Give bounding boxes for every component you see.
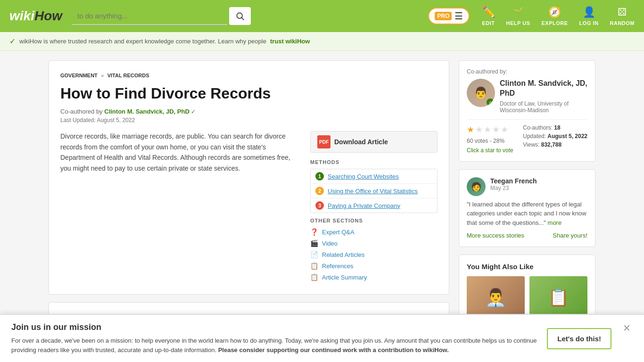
author-verified-badge: ✓ xyxy=(487,99,494,106)
related-link[interactable]: Related Articles xyxy=(322,251,364,258)
star-4[interactable]: ★ xyxy=(492,124,500,135)
author-info: Clinton M. Sandvick, JD, PhD Doctor of L… xyxy=(500,79,587,114)
author-avatar: 👨 ✓ xyxy=(467,79,495,107)
nav-login-label: LOG IN xyxy=(579,20,599,26)
summary-link[interactable]: Article Summary xyxy=(322,274,367,281)
also-like-item-2[interactable]: 📋 xyxy=(529,276,587,319)
last-updated-date: August 5, 2022 xyxy=(97,117,135,123)
breadcrumb-part1[interactable]: GOVERNMENT xyxy=(60,73,98,78)
references-icon: 📋 xyxy=(310,262,318,270)
banner-text: For over a decade, we've been on a missi… xyxy=(11,336,537,354)
breadcrumb-sep: » xyxy=(101,73,104,78)
related-icon: 📄 xyxy=(310,251,318,258)
method-link-1[interactable]: Searching Court Websites xyxy=(328,173,399,180)
author-profile: 👨 ✓ Clinton M. Sandvick, JD, PhD Doctor … xyxy=(467,79,587,114)
method-link-2[interactable]: Using the Office of Vital Statistics xyxy=(328,188,418,195)
search-icon xyxy=(235,11,245,21)
reviewer-avatar: 🧑 xyxy=(467,177,486,196)
logo-how: How xyxy=(34,8,62,24)
also-like-item-1[interactable]: 👨‍💼 xyxy=(467,276,525,319)
nav-item-helpus[interactable]: 🌱 HELP US xyxy=(506,6,530,26)
star-5[interactable]: ★ xyxy=(501,124,508,135)
sidebar-author-title: Doctor of Law, University of Wisconsin-M… xyxy=(500,100,587,114)
method-item-2[interactable]: 2 Using the Office of Vital Statistics xyxy=(311,184,437,198)
coauthored-by-label: Co-authored by xyxy=(60,108,103,115)
banner-cta-button[interactable]: Let's do this! xyxy=(547,328,611,349)
nav-item-explore[interactable]: 🧭 EXPLORE xyxy=(542,6,568,26)
star-rating[interactable]: ★ ★ ★ ★ ★ xyxy=(467,124,513,135)
logo[interactable]: wikiHow xyxy=(9,8,62,24)
svg-point-0 xyxy=(237,13,242,18)
also-thumb-2: 📋 xyxy=(529,276,587,319)
votes-text: 60 votes - 28% xyxy=(467,138,513,144)
nav-helpus-label: HELP US xyxy=(506,20,530,26)
other-item-video[interactable]: 🎬 Video xyxy=(310,238,438,249)
sidebar-author-name[interactable]: Clinton M. Sandvick, JD, PhD xyxy=(500,79,587,99)
method-num-3: 3 xyxy=(315,201,324,210)
random-icon: ⚄ xyxy=(618,6,627,18)
author-name-link[interactable]: Clinton M. Sandvick, JD, PhD xyxy=(104,108,190,115)
other-item-references[interactable]: 📋 References xyxy=(310,260,438,272)
reviewer-name: Teegan French xyxy=(490,177,537,185)
divider xyxy=(467,119,587,120)
breadcrumb: GOVERNMENT » VITAL RECORDS xyxy=(60,72,438,79)
article-body: Divorce records, like marriage records, … xyxy=(60,131,438,283)
other-sections-list: ❓ Expert Q&A 🎬 Video 📄 Related Articles xyxy=(310,226,438,283)
other-item-related[interactable]: 📄 Related Articles xyxy=(310,249,438,260)
sidebar-author-card: Co-authored by: 👨 ✓ Clinton M. Sandvick,… xyxy=(459,60,595,162)
method-link-3[interactable]: Paying a Private Company xyxy=(328,202,400,209)
star-1[interactable]: ★ xyxy=(467,124,474,135)
trust-text: wikiHow is where trusted research and ex… xyxy=(19,38,266,45)
search-button[interactable] xyxy=(229,7,251,25)
other-item-qa[interactable]: ❓ Expert Q&A xyxy=(310,226,438,238)
nav-random-label: RANDOM xyxy=(610,20,635,26)
content-area: GOVERNMENT » VITAL RECORDS How to Find D… xyxy=(49,60,449,357)
more-stories-link[interactable]: More success stories xyxy=(467,232,524,239)
banner-close-button[interactable]: ✕ xyxy=(621,322,633,334)
search-input[interactable] xyxy=(72,7,227,25)
nav-item-edit[interactable]: ✏️ EDIT xyxy=(482,6,495,26)
share-yours-link[interactable]: Share yours! xyxy=(553,232,587,239)
download-button[interactable]: PDF Download Article xyxy=(310,131,438,153)
logo-wiki: wiki xyxy=(9,8,34,24)
trust-bar: ✓ wikiHow is where trusted research and … xyxy=(0,32,644,51)
breadcrumb-part2[interactable]: VITAL RECORDS xyxy=(107,73,149,78)
helpus-icon: 🌱 xyxy=(512,6,525,18)
login-icon: 👤 xyxy=(583,6,595,18)
article-body-text: Divorce records, like marriage records, … xyxy=(60,131,301,283)
nav-item-login[interactable]: 👤 LOG IN xyxy=(579,6,599,26)
edit-icon: ✏️ xyxy=(482,6,495,18)
nav-item-random[interactable]: ⚄ RANDOM xyxy=(610,6,635,26)
star-2[interactable]: ★ xyxy=(475,124,483,135)
other-item-summary[interactable]: 📋 Article Summary xyxy=(310,272,438,283)
star-3[interactable]: ★ xyxy=(484,124,491,135)
method-item-1[interactable]: 1 Searching Court Websites xyxy=(311,169,437,184)
click-vote-text[interactable]: Click a star to vote xyxy=(467,147,513,154)
reviewer-info: Teegan French May 23 xyxy=(490,177,537,196)
last-updated-label: Last Updated: xyxy=(60,117,96,123)
qa-icon: ❓ xyxy=(310,228,318,236)
views-label: Views: xyxy=(523,141,539,148)
video-link[interactable]: Video xyxy=(322,240,338,247)
sidebar-coauthored-label: Co-authored by: xyxy=(467,68,587,75)
qa-link[interactable]: Expert Q&A xyxy=(322,229,355,236)
banner-content: Join us in our mission For over a decade… xyxy=(11,322,537,354)
trust-link[interactable]: trust wikiHow xyxy=(270,38,310,45)
method-num-2: 2 xyxy=(315,187,324,195)
methods-box: PDF Download Article METHODS 1 Searching… xyxy=(310,131,438,283)
top-nav: ✏️ EDIT 🌱 HELP US 🧭 EXPLORE 👤 LOG IN ⚄ R… xyxy=(482,6,635,26)
reviewer-row: 🧑 Teegan French May 23 xyxy=(467,177,587,196)
pro-button[interactable]: PRO ☰ xyxy=(428,8,470,25)
also-like-grid: 👨‍💼 📋 xyxy=(467,276,587,319)
methods-list: 1 Searching Court Websites 2 Using the O… xyxy=(310,169,438,213)
stats-row: ★ ★ ★ ★ ★ 60 votes - 28% Click a star to… xyxy=(467,124,587,154)
verified-icon: ✓ xyxy=(191,108,196,115)
reviewer-date: May 23 xyxy=(490,185,537,191)
explore-icon: 🧭 xyxy=(548,6,561,18)
method-item-3[interactable]: 3 Paying a Private Company xyxy=(311,198,437,213)
references-link[interactable]: References xyxy=(322,263,353,270)
article-title: How to Find Divorce Records xyxy=(60,84,438,102)
nav-edit-label: EDIT xyxy=(482,20,495,26)
more-stories-row: More success stories Share yours! xyxy=(467,232,587,239)
review-more-link[interactable]: more xyxy=(548,219,562,226)
